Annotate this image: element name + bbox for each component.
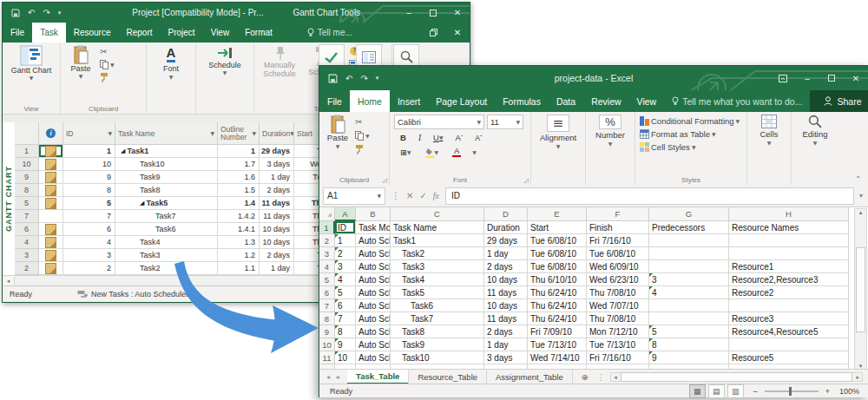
duration-cell[interactable]: 2 days <box>484 260 528 273</box>
excel-close-button[interactable]: ✕ <box>844 66 868 90</box>
info-cell[interactable] <box>39 223 63 236</box>
column-header-b[interactable]: B <box>356 207 391 221</box>
filter-chevron-icon[interactable]: ▼ <box>252 130 256 136</box>
id-cell[interactable]: 3 <box>335 260 356 273</box>
excel-tab-review[interactable]: Review <box>583 90 628 112</box>
duration-cell[interactable]: 11 days <box>484 286 528 299</box>
project-close-button[interactable]: ✕ <box>445 3 470 23</box>
undo-icon[interactable]: ↶ <box>345 74 352 83</box>
gantt-chart-button[interactable]: Gantt Chart ▼ <box>9 45 54 81</box>
paste-button[interactable]: Paste ▼ <box>324 115 352 149</box>
scroll-left-icon[interactable]: ◂ <box>611 374 620 381</box>
outline-number-cell[interactable]: 1.3 <box>218 236 260 249</box>
increase-font-size-button[interactable]: Aˆ <box>453 131 466 144</box>
project-tab-report[interactable]: Report <box>119 23 161 43</box>
id-column-header[interactable]: ID▼ <box>63 122 115 145</box>
formula-input[interactable]: ID <box>445 187 854 205</box>
schedule-button[interactable]: Schedule ▼ <box>202 45 247 75</box>
underline-button[interactable]: U ▼ <box>431 131 446 144</box>
start-cell[interactable]: Wed 7/14/10 <box>528 351 587 364</box>
scroll-right-icon[interactable]: ▸ <box>853 374 862 381</box>
resource-names-cell[interactable]: Resource1 <box>729 260 849 273</box>
expand-triangle-icon[interactable]: ◢ <box>121 148 125 154</box>
header-cell-d1[interactable]: Duration <box>484 221 528 234</box>
project-doc-restore-icon[interactable] <box>421 23 445 43</box>
conditional-formatting-button[interactable]: Conditional Formatting ▼ <box>640 116 740 126</box>
column-header-a[interactable]: A <box>335 207 356 221</box>
resource-names-cell[interactable]: Resource2 <box>729 286 849 299</box>
task-name-cell[interactable]: Task1 <box>391 234 484 247</box>
task-name-cell[interactable]: Task10 <box>115 158 218 171</box>
info-cell[interactable] <box>39 210 63 223</box>
excel-tab-file[interactable]: File <box>319 90 350 112</box>
id-cell[interactable]: 10 <box>63 158 115 171</box>
ribbon-display-options-icon[interactable] <box>771 66 795 90</box>
number-button[interactable]: % Number ▼ <box>592 115 628 147</box>
row-header-9[interactable]: 9 <box>319 325 335 338</box>
redo-icon[interactable]: ↷ <box>43 8 49 17</box>
outline-number-cell[interactable]: 1.5 <box>218 184 260 197</box>
row-number-cell[interactable]: 4 <box>15 236 39 249</box>
zoom-slider[interactable] <box>765 390 819 392</box>
qat-customize-icon[interactable]: ▾ <box>376 75 379 82</box>
predecessors-cell[interactable]: 4 <box>649 286 729 299</box>
id-cell[interactable]: 9 <box>63 171 115 184</box>
start-cell[interactable]: Tue 6/08/10 <box>528 234 587 247</box>
duration-cell[interactable]: 2 days <box>260 184 294 197</box>
resource-names-cell[interactable] <box>729 234 849 247</box>
task-mode-cell[interactable]: Auto Scheduled <box>356 338 391 351</box>
outline-number-cell[interactable]: 1.6 <box>218 171 260 184</box>
duration-cell[interactable]: 3 days <box>484 351 528 364</box>
outline-number-cell[interactable]: 1.2 <box>218 249 260 262</box>
task-mode-cell[interactable]: Auto Scheduled <box>356 273 391 286</box>
italic-button[interactable]: I <box>416 131 424 144</box>
id-cell[interactable]: 2 <box>63 262 115 275</box>
duration-column-header[interactable]: Duration▼ <box>260 122 294 145</box>
outline-number-cell[interactable]: 1.7 <box>218 158 260 171</box>
page-break-view-icon[interactable]: ▥ <box>727 384 744 398</box>
redo-icon[interactable]: ↷ <box>360 74 367 83</box>
info-cell[interactable] <box>39 145 63 158</box>
font-button[interactable]: A Font ▼ <box>154 45 188 80</box>
project-tab-file[interactable]: File <box>3 23 32 43</box>
task-mode-cell[interactable]: Auto Scheduled <box>356 351 391 364</box>
clipboard-dialog-launcher-icon[interactable]: ◿ <box>383 177 387 184</box>
info-cell[interactable] <box>39 236 63 249</box>
row-number-cell[interactable]: 6 <box>15 223 39 236</box>
borders-button[interactable]: ⊞ ▼ <box>398 146 414 159</box>
id-cell[interactable]: 7 <box>335 312 356 325</box>
qat-customize-icon[interactable]: ▾ <box>58 10 62 16</box>
id-cell[interactable]: 5 <box>63 197 115 210</box>
predecessors-cell[interactable]: 5 <box>649 325 729 338</box>
predecessors-cell[interactable] <box>649 247 729 260</box>
row-header-1[interactable]: 1 <box>319 221 335 234</box>
predecessors-cell[interactable] <box>649 260 729 273</box>
project-doc-close-icon[interactable]: ✕ <box>445 23 470 43</box>
outline-number-cell[interactable]: 1.4.2 <box>218 210 260 223</box>
task-mode-cell[interactable]: Auto Scheduled <box>356 234 391 247</box>
start-cell[interactable]: Thu 6/10/10 <box>528 273 587 286</box>
new-sheet-icon[interactable]: ⊕ <box>573 370 597 384</box>
info-cell[interactable] <box>39 262 63 275</box>
resource-names-cell[interactable]: Resource5 <box>729 351 849 364</box>
decrease-font-size-button[interactable]: Aˇ <box>472 131 484 144</box>
sheet-tab-resource_table[interactable]: Resource_Table <box>409 370 487 384</box>
task-mode-cell[interactable]: Auto Scheduled <box>356 299 391 312</box>
info-cell[interactable] <box>39 197 63 210</box>
task-mode-cell[interactable]: Auto Scheduled <box>356 247 391 260</box>
id-cell[interactable]: 1 <box>335 234 356 247</box>
sheet-tab-task_table[interactable]: Task_Table <box>347 370 409 384</box>
format-as-table-button[interactable]: Format as Table ▼ <box>640 129 716 139</box>
filter-chevron-icon[interactable]: ▼ <box>210 130 214 136</box>
id-cell[interactable]: 6 <box>335 299 356 312</box>
copy-icon[interactable]: ▼ <box>355 131 370 141</box>
excel-tab-formulas[interactable]: Formulas <box>495 90 549 112</box>
filter-chevron-icon[interactable]: ▼ <box>108 130 112 136</box>
start-cell[interactable]: Fri 7/09/10 <box>528 325 587 338</box>
row-number-cell[interactable]: 1 <box>15 145 39 158</box>
resource-names-cell[interactable] <box>729 247 849 260</box>
task-name-cell[interactable]: Task5 <box>391 286 484 299</box>
row-number-cell[interactable]: 9 <box>15 171 39 184</box>
vertical-scroll-thumb[interactable] <box>856 247 865 332</box>
excel-minimize-button[interactable]: – <box>795 66 819 90</box>
